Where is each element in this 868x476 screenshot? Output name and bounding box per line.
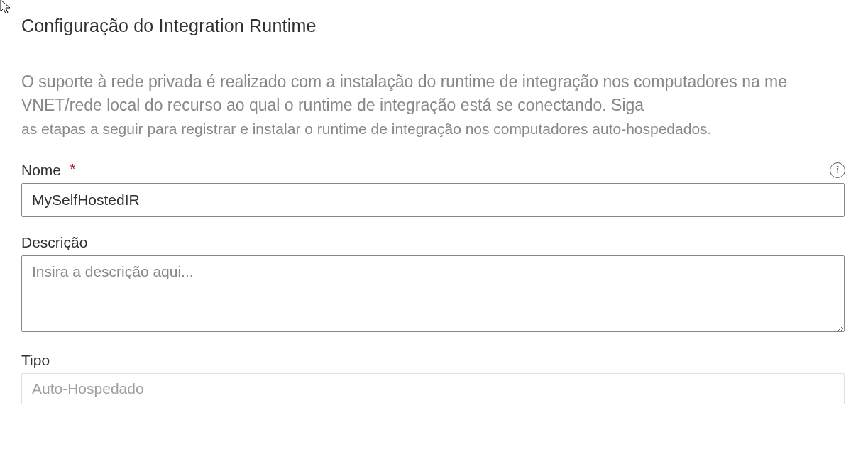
description-line-3: as etapas a seguir para registrar e inst… — [21, 118, 847, 141]
name-input[interactable] — [21, 183, 845, 217]
type-field-group: Tipo — [21, 352, 847, 404]
description-text: O suporte à rede privada é realizado com… — [21, 70, 847, 140]
info-icon[interactable]: i — [830, 162, 845, 178]
description-textarea[interactable] — [21, 255, 845, 332]
type-label: Tipo — [21, 352, 50, 369]
name-field-group: Nome * i — [21, 162, 847, 217]
required-indicator: * — [70, 161, 75, 177]
description-label: Descrição — [21, 234, 87, 251]
description-field-group: Descrição — [21, 234, 847, 335]
description-line-1: O suporte à rede privada é realizado com… — [21, 70, 847, 94]
name-label: Nome — [21, 162, 61, 178]
page-title: Configuração do Integration Runtime — [21, 16, 847, 36]
type-input — [21, 373, 845, 404]
description-line-2: VNET/rede local do recurso ao qual o run… — [21, 94, 847, 117]
